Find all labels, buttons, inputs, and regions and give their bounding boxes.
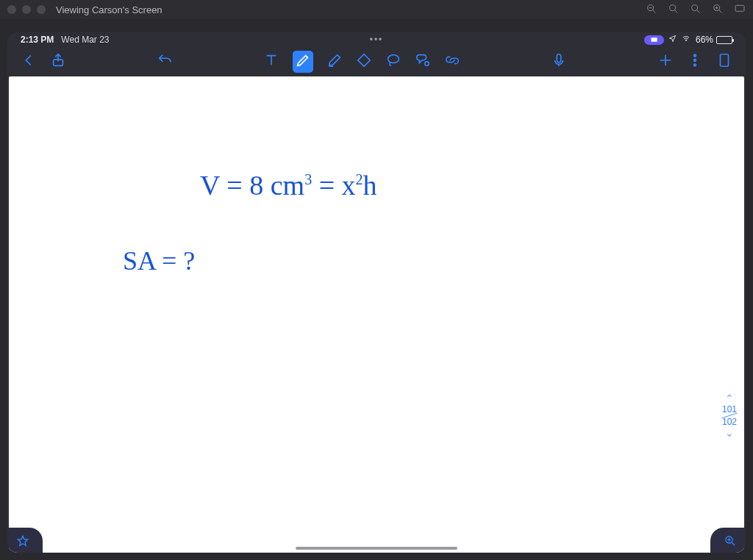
text-tool-button[interactable]: [263, 52, 279, 71]
wifi-icon: [681, 35, 691, 45]
zoom-actual-icon[interactable]: [690, 3, 702, 17]
pen-tool-button[interactable]: [293, 51, 313, 73]
zoom-tab[interactable]: [710, 528, 744, 553]
add-button[interactable]: [657, 52, 674, 71]
window-controls[interactable]: [7, 5, 46, 14]
undo-button[interactable]: [157, 52, 173, 71]
svg-line-30: [732, 542, 735, 545]
eraser-tool-button[interactable]: [356, 52, 372, 71]
svg-line-1: [653, 10, 655, 12]
status-time: 2:13 PM: [21, 35, 54, 45]
svg-rect-11: [735, 5, 744, 11]
handwriting-line-2: SA = ?: [123, 245, 195, 276]
svg-rect-27: [721, 54, 729, 67]
attachment-tool-button[interactable]: [444, 52, 460, 71]
svg-point-5: [692, 4, 698, 10]
favorite-tab[interactable]: [9, 528, 43, 553]
screen-icon[interactable]: [734, 3, 746, 17]
page-up-icon[interactable]: ⌃: [719, 392, 740, 404]
zoom-in-icon: [724, 534, 737, 548]
zoom-in-icon[interactable]: [712, 3, 724, 17]
pages-button[interactable]: [716, 52, 732, 71]
mac-titlebar: Viewing Carson's Screen: [0, 0, 753, 19]
svg-point-19: [425, 62, 429, 66]
note-canvas[interactable]: V = 8 cm3 = x2h SA = ? ⌃ 101 102 ⌄: [9, 76, 744, 553]
back-button[interactable]: [21, 52, 37, 71]
maximize-window-icon[interactable]: [37, 5, 46, 14]
svg-line-4: [675, 10, 677, 12]
microphone-button[interactable]: [551, 52, 567, 71]
window-title: Viewing Carson's Screen: [56, 4, 163, 15]
home-indicator[interactable]: [296, 547, 457, 550]
svg-line-6: [697, 10, 699, 12]
handwriting-line-1: V = 8 cm3 = x2h: [200, 169, 377, 201]
screen-mirroring-pill[interactable]: [644, 35, 664, 45]
page-down-icon[interactable]: ⌄: [719, 427, 740, 439]
more-button[interactable]: [687, 52, 703, 71]
svg-point-26: [694, 64, 696, 66]
star-icon: [16, 534, 29, 548]
minimize-window-icon[interactable]: [22, 5, 31, 14]
multitask-dots-icon[interactable]: •••: [370, 35, 384, 45]
svg-line-8: [719, 10, 721, 12]
highlighter-tool-button[interactable]: [326, 52, 343, 71]
battery-indicator: 66%: [696, 35, 732, 45]
svg-point-24: [694, 54, 696, 57]
svg-marker-28: [18, 536, 28, 545]
svg-rect-12: [651, 37, 657, 42]
lasso-tool-button[interactable]: [385, 52, 402, 71]
svg-rect-20: [557, 54, 561, 62]
shapes-tool-button[interactable]: [415, 52, 431, 71]
zoom-out-icon[interactable]: [646, 3, 657, 17]
screenshare-controls: [646, 3, 746, 17]
zoom-fit-icon[interactable]: [668, 3, 679, 17]
close-window-icon[interactable]: [7, 5, 16, 14]
svg-point-25: [694, 60, 696, 62]
share-button[interactable]: [50, 52, 66, 71]
ios-status-bar: 2:13 PM Wed Mar 23 ••• 66%: [7, 32, 746, 47]
page-indicator[interactable]: ⌃ 101 102 ⌄: [719, 392, 740, 439]
battery-percent: 66%: [696, 35, 713, 45]
app-toolbar: [7, 47, 746, 76]
svg-point-13: [685, 40, 686, 40]
svg-point-3: [670, 4, 676, 10]
svg-point-18: [388, 55, 399, 63]
ipad-screen: 2:13 PM Wed Mar 23 ••• 66%: [7, 32, 746, 553]
location-icon: [668, 35, 677, 45]
status-date: Wed Mar 23: [61, 35, 109, 45]
battery-icon: [716, 36, 732, 44]
